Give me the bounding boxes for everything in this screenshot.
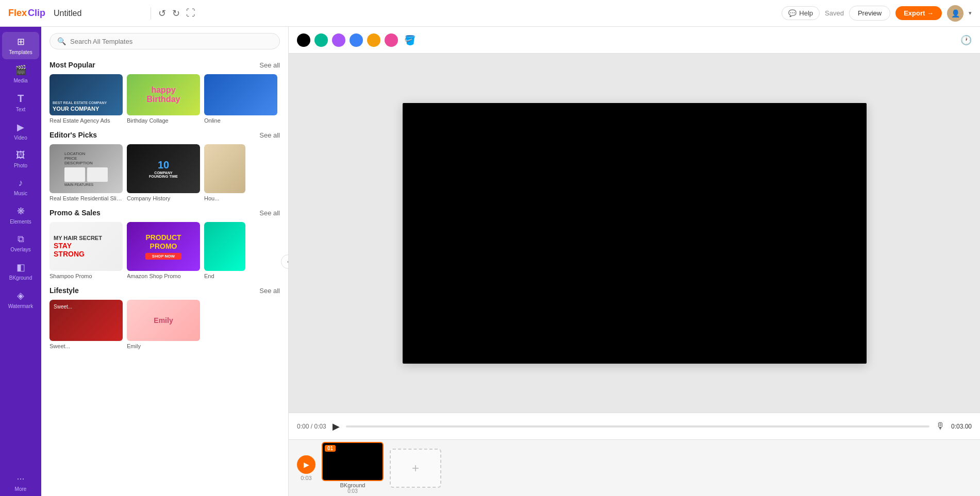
- sidebar-item-label: Photo: [14, 163, 27, 168]
- color-pink[interactable]: [385, 33, 398, 47]
- most-popular-title: Most Popular: [49, 61, 95, 69]
- sidebar-item-templates[interactable]: ⊞ Templates: [2, 32, 39, 59]
- sidebar-item-label: Video: [14, 135, 27, 141]
- topbar-right: 💬 Help Saved Preview Export → 👤 ▾: [782, 5, 972, 22]
- template-thumb: 10 COMPANYFOUNDING TIME: [127, 144, 200, 193]
- template-thumb: BEST REAL ESTATE COMPANY YOUR COMPANY: [49, 74, 123, 115]
- promo-sales-title: Promo & Sales: [49, 209, 101, 217]
- clip-section: 01 BKground 0:03: [322, 442, 384, 494]
- template-label: Amazon Shop Promo: [127, 273, 200, 279]
- fill-tool-button[interactable]: 🪣: [402, 33, 418, 47]
- export-button[interactable]: Export →: [895, 6, 942, 20]
- help-button[interactable]: 💬 Help: [782, 6, 820, 20]
- sidebar-item-elements[interactable]: ❋ Elements: [2, 201, 39, 229]
- preview-button[interactable]: Preview: [849, 6, 890, 21]
- template-card-end[interactable]: End: [204, 222, 245, 279]
- template-card-birthday[interactable]: happyBirthday Birthday Collage: [127, 74, 200, 124]
- sidebar-item-text[interactable]: T Text: [2, 89, 39, 116]
- sidebar-item-label: Elements: [10, 219, 31, 225]
- template-card-company[interactable]: 10 COMPANYFOUNDING TIME Company History: [127, 144, 200, 201]
- undo-button[interactable]: ↺: [155, 6, 169, 21]
- template-thumb: [204, 222, 245, 271]
- sidebar-item-video[interactable]: ▶ Video: [2, 117, 39, 145]
- template-label: Online: [204, 117, 277, 124]
- promo-sales-header: Promo & Sales See all: [49, 201, 280, 222]
- play-section: ▶ 0:03: [297, 455, 315, 481]
- sidebar-item-watermark[interactable]: ◈ Watermark: [2, 286, 39, 313]
- most-popular-see-all[interactable]: See all: [259, 61, 280, 69]
- music-icon: ♪: [19, 178, 23, 189]
- template-label: Sweet...: [49, 343, 123, 349]
- color-toolbar: 🪣 🕐: [289, 27, 980, 54]
- lifestyle-row: Sweet... Sweet... Emily Emily: [49, 300, 280, 349]
- template-thumb: LOCATIONPRICEDESCRIPTION MAIN FEATURES: [49, 144, 123, 193]
- color-teal[interactable]: [314, 33, 328, 47]
- play-pause-button[interactable]: ▶: [333, 421, 340, 432]
- redo-button[interactable]: ↻: [169, 6, 183, 21]
- add-clip-button[interactable]: +: [390, 449, 441, 488]
- promo-sales-see-all[interactable]: See all: [259, 209, 280, 217]
- canvas-wrapper: [289, 54, 980, 413]
- project-title-input[interactable]: [54, 9, 146, 18]
- video-canvas[interactable]: [403, 103, 867, 364]
- template-label: Real Estate Agency Ads: [49, 117, 123, 124]
- template-card-shampoo[interactable]: MY HAIR SECRETSTAYSTRONG Shampoo Promo: [49, 222, 123, 279]
- sidebar-item-more[interactable]: ··· More: [2, 469, 39, 496]
- avatar[interactable]: 👤: [947, 5, 964, 22]
- template-label: Shampoo Promo: [49, 273, 123, 279]
- help-icon: 💬: [788, 9, 796, 17]
- overlays-icon: ⧉: [18, 234, 24, 245]
- sidebar-item-label: Templates: [9, 49, 32, 55]
- template-label: Emily: [127, 343, 200, 349]
- sidebar-item-media[interactable]: 🎬 Media: [2, 60, 39, 88]
- progress-track[interactable]: [346, 425, 929, 427]
- template-label: End: [204, 273, 245, 279]
- template-thumb: Sweet...: [49, 300, 123, 341]
- color-blue[interactable]: [350, 33, 363, 47]
- template-card-lifestyle1[interactable]: Sweet... Sweet...: [49, 300, 123, 349]
- search-icon: 🔍: [57, 37, 66, 45]
- template-thumb: PRODUCTPROMO SHOP NOW: [127, 222, 200, 271]
- color-yellow[interactable]: [367, 33, 380, 47]
- fullscreen-button[interactable]: ⛶: [183, 6, 198, 21]
- template-card-blue[interactable]: Online: [204, 74, 277, 124]
- sidebar-item-label: Text: [16, 107, 25, 112]
- template-card-house[interactable]: Hou...: [204, 144, 245, 201]
- app-logo: FlexClip: [8, 8, 45, 19]
- timeline-time: 0:03: [301, 475, 311, 481]
- promo-sales-row: MY HAIR SECRETSTAYSTRONG Shampoo Promo P…: [49, 222, 280, 279]
- canvas-area: 🪣 🕐 0:00 / 0:03 ▶ 🎙 0:03.00 ▶ 0:03: [289, 27, 980, 496]
- main-layout: ⊞ Templates 🎬 Media T Text ▶ Video 🖼 Pho…: [0, 27, 980, 496]
- editors-picks-see-all[interactable]: See all: [259, 131, 280, 139]
- media-icon: 🎬: [15, 64, 26, 76]
- lifestyle-see-all[interactable]: See all: [259, 287, 280, 295]
- template-thumb: MY HAIR SECRETSTAYSTRONG: [49, 222, 123, 271]
- template-thumb: Emily: [127, 300, 200, 341]
- sidebar-item-overlays[interactable]: ⧉ Overlays: [2, 230, 39, 256]
- timeline-play-button[interactable]: ▶: [297, 455, 315, 474]
- sidebar-item-photo[interactable]: 🖼 Photo: [2, 146, 39, 173]
- timeline-clip[interactable]: 01: [322, 442, 384, 481]
- template-thumb: [204, 74, 277, 115]
- sidebar-item-label: BKground: [9, 275, 32, 281]
- sidebar-item-label: Overlays: [10, 247, 30, 252]
- template-card-lifestyle2[interactable]: Emily Emily: [127, 300, 200, 349]
- templates-content: Most Popular See all BEST REAL ESTATE CO…: [41, 54, 288, 496]
- video-icon: ▶: [17, 122, 24, 133]
- template-card-product-promo[interactable]: PRODUCTPROMO SHOP NOW Amazon Shop Promo: [127, 222, 200, 279]
- current-time: 0:00 / 0:03: [297, 423, 326, 430]
- template-card-slideshow[interactable]: LOCATIONPRICEDESCRIPTION MAIN FEATURES R…: [49, 144, 123, 201]
- lifestyle-header: Lifestyle See all: [49, 279, 280, 300]
- mic-button[interactable]: 🎙: [936, 421, 945, 432]
- avatar-chevron[interactable]: ▾: [969, 10, 972, 16]
- templates-icon: ⊞: [17, 36, 25, 47]
- search-input[interactable]: [70, 38, 272, 45]
- clock-icon: 🕐: [960, 35, 972, 46]
- color-purple[interactable]: [332, 33, 345, 47]
- sidebar-item-music[interactable]: ♪ Music: [2, 174, 39, 200]
- help-label: Help: [799, 9, 813, 17]
- template-card-real-estate[interactable]: BEST REAL ESTATE COMPANY YOUR COMPANY Re…: [49, 74, 123, 124]
- color-black[interactable]: [297, 33, 310, 47]
- sidebar-item-bkground[interactable]: ◧ BKground: [2, 258, 39, 285]
- current-time-value: 0:00: [297, 423, 309, 430]
